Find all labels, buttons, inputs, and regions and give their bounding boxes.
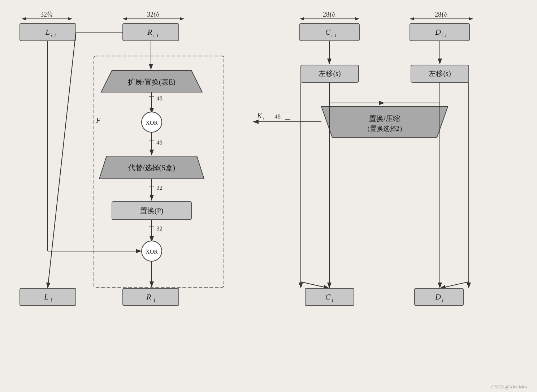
svg-text:i: i xyxy=(263,116,264,121)
svg-text:i-1: i-1 xyxy=(153,33,159,38)
svg-text:i: i xyxy=(154,297,155,303)
svg-text:置换(P): 置换(P) xyxy=(140,207,163,215)
svg-text:L: L xyxy=(45,27,50,36)
svg-text:48: 48 xyxy=(274,113,281,120)
svg-text:D: D xyxy=(435,292,441,301)
svg-text:左移(s): 左移(s) xyxy=(319,69,341,78)
svg-text:扩展/置换(表E): 扩展/置换(表E) xyxy=(128,78,175,86)
svg-text:48: 48 xyxy=(156,139,163,146)
svg-text:32位: 32位 xyxy=(147,11,160,18)
svg-text:32: 32 xyxy=(156,184,163,191)
svg-text:XOR: XOR xyxy=(146,249,158,255)
svg-text:D: D xyxy=(435,27,441,36)
svg-text:R: R xyxy=(147,27,152,36)
svg-text:48: 48 xyxy=(156,95,163,102)
svg-text:32位: 32位 xyxy=(40,11,53,18)
svg-text:XOR: XOR xyxy=(146,120,158,126)
svg-text:R: R xyxy=(146,292,151,301)
svg-text:i: i xyxy=(51,297,52,303)
svg-text:C: C xyxy=(325,27,331,36)
svg-text:i-1: i-1 xyxy=(441,33,447,38)
svg-text:F: F xyxy=(96,116,101,124)
svg-text:K: K xyxy=(257,112,263,120)
svg-text:i: i xyxy=(442,297,443,303)
svg-text:i: i xyxy=(332,297,333,303)
svg-text:28位: 28位 xyxy=(435,11,448,18)
svg-text:L: L xyxy=(44,292,48,301)
svg-text:（置换选择2）: （置换选择2） xyxy=(364,125,406,132)
svg-text:i-1: i-1 xyxy=(51,33,56,38)
main-container: 32位 32位 L i-1 R i-1 扩展/置换(表E) 48 XOR F 4 xyxy=(0,0,537,392)
svg-text:左移(s): 左移(s) xyxy=(429,69,451,78)
svg-text:代替/选择(S盒): 代替/选择(S盒) xyxy=(128,164,175,172)
svg-text:CSDN @Kito Mos: CSDN @Kito Mos xyxy=(491,384,527,389)
svg-text:i-1: i-1 xyxy=(331,33,337,38)
svg-rect-0 xyxy=(0,0,537,392)
diagram-svg: 32位 32位 L i-1 R i-1 扩展/置换(表E) 48 XOR F 4 xyxy=(0,0,537,392)
svg-text:C: C xyxy=(325,292,331,301)
svg-text:28位: 28位 xyxy=(323,11,336,18)
svg-text:置换/压缩: 置换/压缩 xyxy=(369,115,400,122)
svg-text:32: 32 xyxy=(156,225,163,232)
